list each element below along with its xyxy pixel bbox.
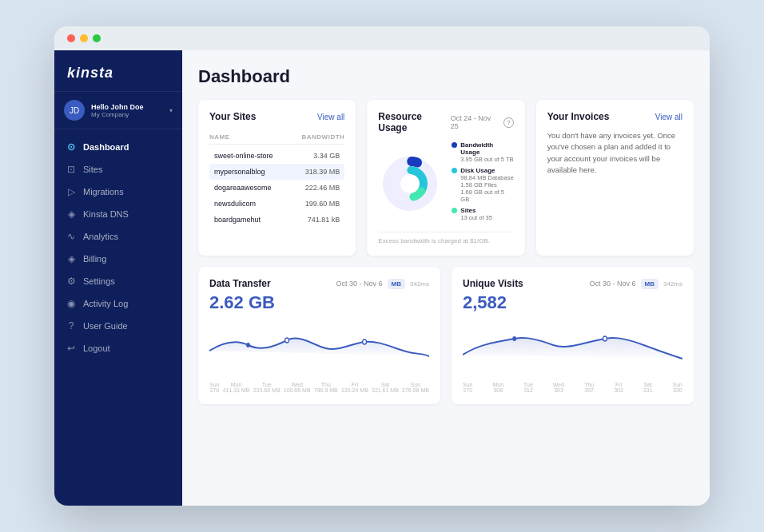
unique-visits-badge[interactable]: MB xyxy=(641,279,659,289)
minimize-dot[interactable] xyxy=(80,34,88,42)
browser-window: kinsta JD Hello John Doe My Company ▾ ⊙ … xyxy=(54,26,710,506)
sidebar-item-label-sites: Sites xyxy=(83,165,102,174)
sidebar-item-label-billing: Billing xyxy=(83,254,106,264)
main-content: Dashboard Your Sites View all NAME BANDW… xyxy=(182,50,710,506)
page-title: Dashboard xyxy=(198,66,694,87)
resource-note: Excess bandwidth is charged at $1/GB. xyxy=(378,232,513,244)
sidebar-item-label-kinsta-dns: Kinsta DNS xyxy=(83,209,129,219)
legend-bandwidth: Bandwidth Usage 3.95 GB out of 5 TB xyxy=(452,141,513,163)
uv-date-wed: Wed303 xyxy=(553,382,564,393)
site-name: mypersonalblog xyxy=(214,168,265,176)
sidebar-item-label-settings: Settings xyxy=(83,276,115,286)
data-transfer-date: Oct 30 - Nov 6 xyxy=(336,280,383,288)
sidebar-item-settings[interactable]: ⚙ Settings xyxy=(54,270,182,292)
table-row[interactable]: boardgamehut 741.81 kB xyxy=(209,212,344,228)
uv-date-sun1: Sun270 xyxy=(463,382,472,393)
billing-icon: ◈ xyxy=(66,253,77,264)
chevron-down-icon: ▾ xyxy=(169,107,173,114)
sites-sub: 13 out of 35 xyxy=(460,214,492,221)
invoices-header: Your Invoices View all xyxy=(547,111,682,122)
site-name: dogareaawesome xyxy=(214,184,272,192)
avatar: JD xyxy=(64,100,85,121)
svg-point-7 xyxy=(363,339,367,344)
invoices-title: Your Invoices xyxy=(547,111,610,122)
view-all-invoices-link[interactable]: View all xyxy=(655,113,682,121)
kinsta-dns-icon: ◈ xyxy=(66,208,77,220)
bandwidth-dot xyxy=(452,142,457,148)
sidebar-item-activity-log[interactable]: ◉ Activity Log xyxy=(54,292,182,315)
table-row[interactable]: sweet-online-store 3.34 GB xyxy=(209,148,344,164)
bandwidth-sub: 3.95 GB out of 5 TB xyxy=(460,156,513,163)
sidebar-item-migrations[interactable]: ▷ Migrations xyxy=(54,181,182,203)
sites-icon: ⊡ xyxy=(66,164,77,175)
data-transfer-badge[interactable]: MB xyxy=(388,279,405,289)
your-sites-card: Your Sites View all NAME BANDWIDTH sweet… xyxy=(198,100,356,256)
unique-visits-right: Oct 30 - Nov 6 MB 342ms xyxy=(590,279,683,289)
logo-text: kinsta xyxy=(67,65,113,81)
data-transfer-card: Data Transfer Oct 30 - Nov 6 MB 342ms 2.… xyxy=(198,267,440,404)
site-bandwidth: 3.34 GB xyxy=(313,152,340,160)
data-transfer-title: Data Transfer xyxy=(209,278,271,289)
user-profile-button[interactable]: JD Hello John Doe My Company ▾ xyxy=(54,92,182,129)
site-name: boardgamehut xyxy=(214,216,261,224)
view-all-sites-link[interactable]: View all xyxy=(317,113,344,121)
sidebar-item-label-migrations: Migrations xyxy=(83,187,124,197)
sites-table-header: NAME BANDWIDTH xyxy=(209,130,344,145)
date-sun1: Sun278 xyxy=(209,382,219,393)
maximize-dot[interactable] xyxy=(93,34,101,42)
col-name-header: NAME xyxy=(209,133,230,141)
sidebar-item-dashboard[interactable]: ⊙ Dashboard xyxy=(54,136,182,158)
site-bandwidth: 318.39 MB xyxy=(305,168,340,176)
your-invoices-card: Your Invoices View all You don't have an… xyxy=(536,100,694,256)
disk-sub3: 1.68 GB out of 5 GB xyxy=(460,189,513,203)
close-dot[interactable] xyxy=(67,34,75,42)
resource-usage-header-right: Oct 24 - Nov 25 ? xyxy=(451,114,514,130)
sites-dot xyxy=(452,208,457,213)
legend-sites: Sites 13 out of 35 xyxy=(452,207,513,221)
date-wed: Wed100.66 MB xyxy=(284,382,311,393)
uv-date-sat: Sat331 xyxy=(643,382,653,393)
disk-sub2: 1.58 GB Files xyxy=(460,181,513,189)
user-name: Hello John Doe xyxy=(91,103,163,111)
resource-legend: Bandwidth Usage 3.95 GB out of 5 TB Disk… xyxy=(452,141,513,225)
disk-sub1: 98.84 MB Database xyxy=(460,174,513,181)
browser-bar xyxy=(54,26,710,50)
disk-dot xyxy=(452,168,457,173)
sidebar-item-analytics[interactable]: ∿ Analytics xyxy=(54,225,182,248)
data-transfer-sub: 342ms xyxy=(410,280,429,288)
date-sun2: Sun276.08 MB xyxy=(402,382,429,393)
donut-container: Bandwidth Usage 3.95 GB out of 5 TB Disk… xyxy=(378,141,513,225)
sidebar-item-billing[interactable]: ◈ Billing xyxy=(54,248,182,270)
data-transfer-right: Oct 30 - Nov 6 MB 342ms xyxy=(336,279,430,289)
sidebar-item-label-dashboard: Dashboard xyxy=(83,142,129,152)
date-sat: Sat321.61 MB xyxy=(372,382,399,393)
sidebar-item-label-analytics: Analytics xyxy=(83,232,118,241)
sidebar-item-logout[interactable]: ↩ Logout xyxy=(54,337,182,359)
info-icon[interactable]: ? xyxy=(503,117,514,128)
sidebar-item-user-guide[interactable]: ? User Guide xyxy=(54,315,182,337)
sites-label: Sites xyxy=(460,207,492,214)
invoices-text: You don't have any invoices yet. Once yo… xyxy=(547,130,682,176)
site-name: sweet-online-store xyxy=(214,152,273,160)
resource-usage-title: Resource Usage xyxy=(378,111,450,133)
table-row[interactable]: dogareaawesome 222.46 MB xyxy=(209,180,344,196)
your-sites-title: Your Sites xyxy=(209,111,256,122)
bottom-grid: Data Transfer Oct 30 - Nov 6 MB 342ms 2.… xyxy=(198,267,694,404)
sidebar-nav: ⊙ Dashboard ⊡ Sites ▷ Migrations ◈ Kinst… xyxy=(54,129,182,506)
settings-icon: ⚙ xyxy=(66,276,77,287)
resource-usage-header: Resource Usage Oct 24 - Nov 25 ? xyxy=(378,111,513,133)
app-layout: kinsta JD Hello John Doe My Company ▾ ⊙ … xyxy=(54,50,710,506)
disk-label: Disk Usage xyxy=(460,167,513,174)
table-row[interactable]: newsdulicom 199.60 MB xyxy=(209,196,344,212)
table-row[interactable]: mypersonalblog 318.39 MB xyxy=(209,164,344,180)
data-transfer-value: 2.62 GB xyxy=(209,292,429,313)
unique-visits-value: 2,582 xyxy=(463,292,682,313)
site-name: newsdulicom xyxy=(214,200,256,208)
logout-icon: ↩ xyxy=(66,343,77,354)
sidebar-item-label-activity-log: Activity Log xyxy=(83,299,128,308)
unique-visits-date: Oct 30 - Nov 6 xyxy=(590,280,636,288)
unique-visits-chart xyxy=(463,323,682,379)
unique-visits-sub: 342ms xyxy=(663,280,682,288)
sidebar-item-kinsta-dns[interactable]: ◈ Kinsta DNS xyxy=(54,203,182,225)
sidebar-item-sites[interactable]: ⊡ Sites xyxy=(54,158,182,181)
